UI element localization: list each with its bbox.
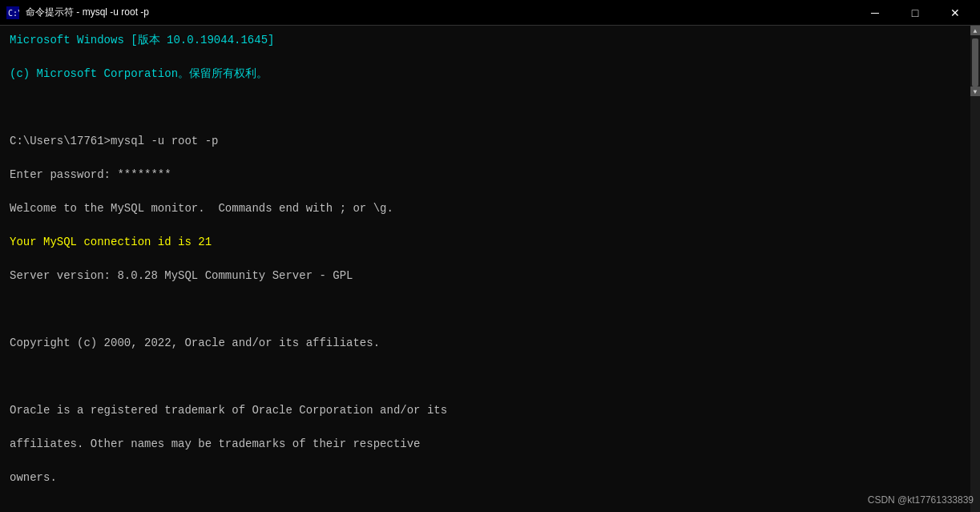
cmd-icon: C:\ xyxy=(6,6,19,19)
svg-text:C:\: C:\ xyxy=(8,9,19,18)
terminal-line: Microsoft Windows [版本 10.0.19044.1645] xyxy=(10,32,961,49)
terminal-line xyxy=(10,99,961,116)
terminal-line: Server version: 8.0.28 MySQL Community S… xyxy=(10,268,961,284)
terminal-output[interactable]: Microsoft Windows [版本 10.0.19044.1645](c… xyxy=(0,26,970,512)
terminal-line xyxy=(10,369,961,385)
terminal-line: affiliates. Other names may be trademark… xyxy=(10,436,961,453)
minimize-button[interactable]: ─ xyxy=(857,2,893,24)
terminal-line xyxy=(10,503,961,512)
terminal-line: Copyright (c) 2000, 2022, Oracle and/or … xyxy=(10,335,961,352)
watermark: CSDN @kt17761333839 xyxy=(868,494,974,506)
window: C:\ 命令提示符 - mysql -u root -p ─ □ ✕ Micro… xyxy=(0,0,980,512)
terminal-line: owners. xyxy=(10,470,961,486)
content-area: Microsoft Windows [版本 10.0.19044.1645](c… xyxy=(0,26,980,512)
scrollbar[interactable]: ▲ ▼ xyxy=(970,26,980,512)
close-button[interactable]: ✕ xyxy=(937,2,974,24)
titlebar-left: C:\ 命令提示符 - mysql -u root -p xyxy=(6,6,149,19)
terminal-line xyxy=(10,301,961,318)
titlebar-controls: ─ □ ✕ xyxy=(857,2,974,24)
titlebar: C:\ 命令提示符 - mysql -u root -p ─ □ ✕ xyxy=(0,0,980,26)
maximize-button[interactable]: □ xyxy=(897,2,934,24)
terminal-line: Welcome to the MySQL monitor. Commands e… xyxy=(10,200,961,217)
terminal-line: (c) Microsoft Corporation。保留所有权利。 xyxy=(10,66,961,83)
terminal-line: C:\Users\17761>mysql -u root -p xyxy=(10,133,961,150)
scrollbar-down-arrow[interactable]: ▼ xyxy=(970,87,980,96)
terminal-line: Enter password: ******** xyxy=(10,167,961,183)
scrollbar-thumb[interactable] xyxy=(972,38,978,87)
terminal-line: Oracle is a registered trademark of Orac… xyxy=(10,402,961,419)
window-title: 命令提示符 - mysql -u root -p xyxy=(26,6,149,19)
terminal-line: Your MySQL connection id is 21 xyxy=(10,234,961,251)
scrollbar-up-arrow[interactable]: ▲ xyxy=(970,26,980,35)
